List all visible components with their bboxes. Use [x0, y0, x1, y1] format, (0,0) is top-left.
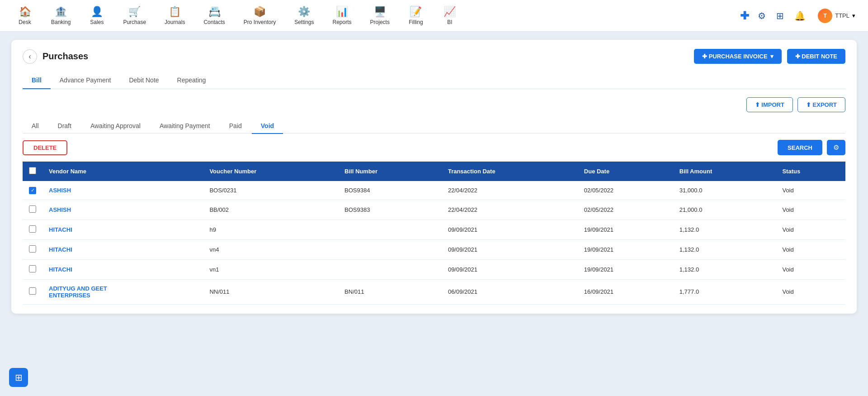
- row-checkbox-cell[interactable]: [23, 239, 42, 259]
- cell-transaction-date: 09/09/2021: [442, 259, 578, 279]
- status-tab-draft[interactable]: Draft: [49, 119, 80, 134]
- select-all-checkbox[interactable]: [29, 167, 36, 174]
- main-tabs: Bill Advance Payment Debit Note Repeatin…: [23, 72, 845, 89]
- cell-transaction-date: 22/04/2022: [442, 200, 578, 219]
- row-checkbox[interactable]: [29, 265, 36, 272]
- row-checkbox[interactable]: [29, 225, 36, 233]
- col-status: Status: [776, 162, 845, 181]
- cell-bill-number: [338, 239, 442, 259]
- nav-item-purchase[interactable]: 🛒 Purchase: [115, 2, 154, 29]
- dropdown-arrow-icon: ▾: [770, 53, 774, 60]
- nav-item-banking[interactable]: 🏦 Banking: [43, 2, 79, 29]
- gear-icon: ⚙: [833, 143, 839, 151]
- cell-vendor-name[interactable]: ASHISH: [42, 181, 203, 200]
- debit-note-label: ✚ DEBIT NOTE: [795, 53, 837, 60]
- vendor-name-link[interactable]: ASHISH: [49, 206, 71, 213]
- cell-due-date: 19/09/2021: [578, 259, 673, 279]
- action-right: SEARCH ⚙: [778, 140, 845, 155]
- debit-note-button[interactable]: ✚ DEBIT NOTE: [787, 49, 845, 64]
- cell-voucher-number: BB/002: [203, 200, 338, 219]
- tab-bill[interactable]: Bill: [23, 72, 51, 89]
- page-header-right: ✚ PURCHASE INVOICE ▾ ✚ DEBIT NOTE: [694, 49, 845, 64]
- col-transaction-date: Transaction Date: [442, 162, 578, 181]
- status-tab-awaiting-payment[interactable]: Awaiting Payment: [151, 119, 219, 134]
- nav-item-desk[interactable]: 🏠 Desk: [9, 2, 41, 29]
- row-checkbox-cell[interactable]: [23, 259, 42, 279]
- cell-bill-amount: 1,132.0: [673, 259, 776, 279]
- search-button[interactable]: SEARCH: [778, 140, 822, 155]
- user-menu-button[interactable]: T TTPL ▾: [814, 7, 859, 25]
- user-name: TTPL: [835, 12, 849, 19]
- nav-item-filling[interactable]: 📝 Filling: [400, 2, 432, 29]
- floating-menu-button[interactable]: ⊞: [9, 368, 28, 387]
- nav-item-sales[interactable]: 👤 Sales: [81, 2, 113, 29]
- row-checkbox-cell[interactable]: [23, 200, 42, 219]
- bell-icon[interactable]: 🔔: [793, 9, 807, 23]
- row-checkbox-cell[interactable]: [23, 279, 42, 304]
- status-tab-void[interactable]: Void: [252, 119, 283, 134]
- cell-vendor-name[interactable]: HITACHI: [42, 219, 203, 239]
- back-button[interactable]: ‹: [23, 49, 37, 64]
- export-label: ⬆ EXPORT: [806, 101, 837, 108]
- nav-items: 🏠 Desk 🏦 Banking 👤 Sales 🛒 Purchase 📋 Jo…: [9, 2, 740, 29]
- status-tab-paid[interactable]: Paid: [220, 119, 251, 134]
- vendor-name-link[interactable]: HITACHI: [49, 246, 72, 253]
- gear-icon-nav[interactable]: ⚙: [756, 9, 768, 23]
- cell-status: Void: [776, 219, 845, 239]
- nav-label-journals: Journals: [165, 19, 185, 25]
- vendor-name-link[interactable]: HITACHI: [49, 266, 72, 273]
- col-vendor-name: Vendor Name: [42, 162, 203, 181]
- row-checkbox-cell[interactable]: [23, 219, 42, 239]
- row-checkbox[interactable]: [29, 245, 36, 253]
- cell-bill-number: BN/011: [338, 279, 442, 304]
- chevron-down-icon: ▾: [852, 12, 855, 19]
- main-content: ‹ Purchases ✚ PURCHASE INVOICE ▾ ✚ DEBIT…: [0, 32, 868, 396]
- add-button[interactable]: ✚: [740, 10, 749, 22]
- settings-gear-button[interactable]: ⚙: [827, 140, 845, 155]
- cell-vendor-name[interactable]: HITACHI: [42, 239, 203, 259]
- tab-advance-payment[interactable]: Advance Payment: [51, 72, 120, 89]
- col-voucher-number: Voucher Number: [203, 162, 338, 181]
- export-button[interactable]: ⬆ EXPORT: [797, 97, 845, 112]
- col-due-date: Due Date: [578, 162, 673, 181]
- nav-item-projects[interactable]: 🖥️ Projects: [362, 2, 398, 29]
- purchase-invoice-button[interactable]: ✚ PURCHASE INVOICE ▾: [694, 49, 782, 64]
- cell-bill-amount: 1,132.0: [673, 219, 776, 239]
- contacts-icon: 📇: [208, 6, 221, 18]
- import-button[interactable]: ⬆ IMPORT: [746, 97, 793, 112]
- table-row: ✓ASHISHBOS/0231BOS938422/04/202202/05/20…: [23, 181, 845, 200]
- row-checkbox[interactable]: [29, 287, 36, 295]
- nav-right: ✚ ⚙ ⊞ 🔔 T TTPL ▾: [740, 7, 859, 25]
- row-checkbox-cell[interactable]: ✓: [23, 181, 42, 200]
- status-tab-awaiting-approval[interactable]: Awaiting Approval: [81, 119, 150, 134]
- col-checkbox[interactable]: [23, 162, 42, 181]
- nav-item-settings[interactable]: ⚙️ Settings: [286, 2, 322, 29]
- vendor-name-link[interactable]: HITACHI: [49, 226, 72, 233]
- cell-bill-amount: 21,000.0: [673, 200, 776, 219]
- vendor-name-link[interactable]: ADITYUG AND GEET ENTERPRISES: [49, 285, 107, 299]
- grid-icon[interactable]: ⊞: [774, 9, 786, 23]
- col-bill-amount: Bill Amount: [673, 162, 776, 181]
- nav-label-pro-inventory: Pro Inventory: [244, 19, 276, 25]
- cell-vendor-name[interactable]: ASHISH: [42, 200, 203, 219]
- vendor-name-link[interactable]: ASHISH: [49, 187, 71, 194]
- nav-label-desk: Desk: [19, 19, 31, 25]
- nav-label-purchase: Purchase: [123, 19, 146, 25]
- tab-debit-note[interactable]: Debit Note: [120, 72, 168, 89]
- row-checkbox[interactable]: [29, 205, 36, 213]
- delete-button[interactable]: DELETE: [23, 140, 67, 155]
- nav-item-contacts[interactable]: 📇 Contacts: [195, 2, 233, 29]
- purchase-invoice-label: ✚ PURCHASE INVOICE: [702, 53, 768, 60]
- cell-status: Void: [776, 200, 845, 219]
- nav-item-journals[interactable]: 📋 Journals: [156, 2, 193, 29]
- status-tab-all[interactable]: All: [23, 119, 48, 134]
- status-tabs: All Draft Awaiting Approval Awaiting Pay…: [23, 119, 845, 134]
- table-row: ASHISHBB/002BOS938322/04/202202/05/20222…: [23, 200, 845, 219]
- nav-item-reports[interactable]: 📊 Reports: [325, 2, 360, 29]
- cell-vendor-name[interactable]: ADITYUG AND GEET ENTERPRISES: [42, 279, 203, 304]
- nav-item-bi[interactable]: 📈 BI: [434, 2, 466, 29]
- cell-vendor-name[interactable]: HITACHI: [42, 259, 203, 279]
- nav-item-pro-inventory[interactable]: 📦 Pro Inventory: [236, 2, 284, 29]
- tab-repeating[interactable]: Repeating: [168, 72, 215, 89]
- row-checkbox[interactable]: ✓: [29, 187, 36, 194]
